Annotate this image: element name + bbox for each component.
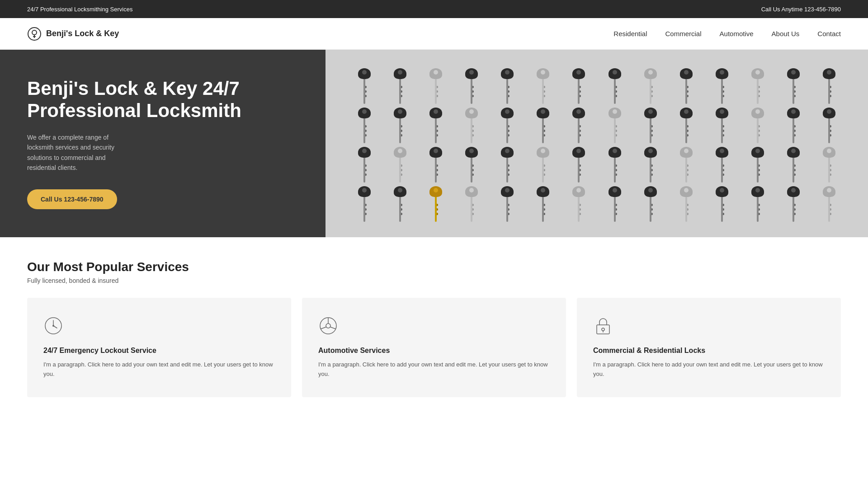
- key: [348, 186, 380, 222]
- key: [384, 186, 416, 222]
- svg-point-7: [52, 325, 54, 327]
- hero-section: Benji's Lock & Key 24/7 Professional Loc…: [0, 50, 868, 237]
- clock-icon: [43, 316, 63, 336]
- key: [706, 108, 738, 143]
- key-gold: [420, 186, 452, 222]
- nav-item-about[interactable]: About Us: [772, 30, 800, 38]
- key: [563, 108, 595, 143]
- hero-title: Benji's Lock & Key 24/7 Professional Loc…: [27, 78, 298, 122]
- service-desc-emergency: I'm a paragraph. Click here to add your …: [43, 360, 275, 379]
- services-grid: 24/7 Emergency Lockout Service I'm a par…: [27, 298, 841, 397]
- service-card-emergency: 24/7 Emergency Lockout Service I'm a par…: [27, 298, 291, 397]
- key: [455, 186, 487, 222]
- steering-wheel-icon: [318, 316, 338, 336]
- key: [527, 186, 559, 222]
- main-nav: Residential Commercial Automotive About …: [613, 30, 841, 38]
- svg-point-9: [326, 324, 330, 328]
- key: [813, 186, 845, 222]
- nav-item-commercial[interactable]: Commercial: [665, 30, 702, 38]
- key: [670, 108, 702, 143]
- service-desc-automotive: I'm a paragraph. Click here to add your …: [318, 360, 550, 379]
- svg-line-11: [321, 327, 326, 329]
- key: [455, 68, 487, 104]
- key: [670, 186, 702, 222]
- key: [491, 147, 524, 183]
- svg-point-0: [28, 28, 41, 40]
- key: [527, 147, 559, 183]
- key: [563, 147, 595, 183]
- key: [778, 68, 810, 104]
- key: [491, 186, 524, 222]
- keys-grid: [339, 59, 854, 228]
- services-header: Our Most Popular Services Fully licensed…: [27, 260, 841, 284]
- keys-image: [326, 50, 868, 237]
- svg-point-14: [602, 328, 604, 331]
- service-desc-commercial: I'm a paragraph. Click here to add your …: [593, 360, 825, 379]
- hero-right: [326, 50, 868, 237]
- key: [348, 108, 380, 143]
- svg-point-1: [32, 30, 37, 35]
- service-title-commercial: Commercial & Residential Locks: [593, 347, 825, 355]
- key: [348, 147, 380, 183]
- svg-rect-13: [597, 325, 609, 334]
- key: [742, 186, 774, 222]
- key: [599, 108, 631, 143]
- key: [527, 68, 559, 104]
- key: [599, 186, 631, 222]
- key: [491, 108, 524, 143]
- nav-item-automotive[interactable]: Automotive: [720, 30, 754, 38]
- top-bar: 24/7 Professional Locksmithing Services …: [0, 0, 868, 18]
- lock-icon: [593, 316, 613, 336]
- key: [634, 147, 666, 183]
- key: [563, 186, 595, 222]
- top-bar-left: 24/7 Professional Locksmithing Services: [27, 6, 132, 13]
- nav-item-residential[interactable]: Residential: [613, 30, 647, 38]
- key: [455, 108, 487, 143]
- key: [634, 108, 666, 143]
- key: [599, 68, 631, 104]
- logo-icon: [27, 27, 42, 41]
- services-subtitle: Fully licensed, bonded & insured: [27, 277, 841, 284]
- key: [706, 147, 738, 183]
- key: [634, 186, 666, 222]
- key: [455, 147, 487, 183]
- logo-text: Benji's Lock & Key: [46, 29, 119, 38]
- key: [778, 108, 810, 143]
- key: [742, 108, 774, 143]
- key: [778, 147, 810, 183]
- services-section: Our Most Popular Services Fully licensed…: [0, 237, 868, 420]
- key: [634, 68, 666, 104]
- key: [778, 186, 810, 222]
- key: [742, 68, 774, 104]
- service-title-emergency: 24/7 Emergency Lockout Service: [43, 347, 275, 355]
- svg-line-12: [330, 327, 335, 329]
- key: [420, 147, 452, 183]
- key: [384, 68, 416, 104]
- key: [670, 147, 702, 183]
- hero-description: We offer a complete range of locksmith s…: [27, 132, 136, 173]
- key: [670, 68, 702, 104]
- key: [742, 147, 774, 183]
- key: [420, 108, 452, 143]
- key: [563, 68, 595, 104]
- key: [384, 147, 416, 183]
- service-card-automotive: Automotive Services I'm a paragraph. Cli…: [302, 298, 566, 397]
- key: [491, 68, 524, 104]
- key: [813, 68, 845, 104]
- logo[interactable]: Benji's Lock & Key: [27, 27, 119, 41]
- key: [527, 108, 559, 143]
- key: [599, 147, 631, 183]
- cta-button[interactable]: Call Us 123-456-7890: [27, 189, 117, 209]
- service-card-commercial: Commercial & Residential Locks I'm a par…: [577, 298, 841, 397]
- nav-item-contact[interactable]: Contact: [817, 30, 841, 38]
- key: [384, 108, 416, 143]
- hero-left: Benji's Lock & Key 24/7 Professional Loc…: [0, 50, 326, 237]
- key: [813, 108, 845, 143]
- key: [706, 186, 738, 222]
- hero-content: Benji's Lock & Key 24/7 Professional Loc…: [27, 78, 298, 209]
- key: [706, 68, 738, 104]
- top-bar-right: Call Us Anytime 123-456-7890: [761, 6, 841, 13]
- key: [813, 147, 845, 183]
- service-title-automotive: Automotive Services: [318, 347, 550, 355]
- key: [348, 68, 380, 104]
